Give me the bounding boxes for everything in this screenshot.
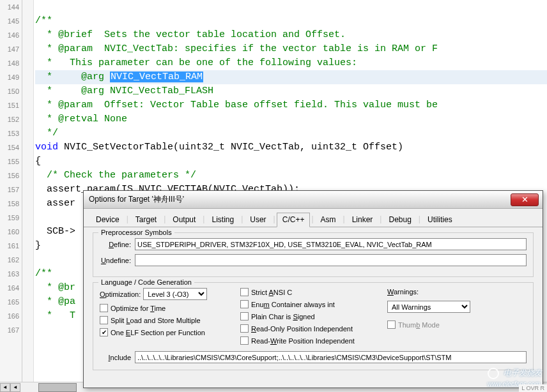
code-line[interactable]: */ xyxy=(35,126,547,140)
dialog-title: Options for Target '神舟III号' xyxy=(89,194,511,205)
line-number: 153 xyxy=(0,126,19,140)
one-elf-label: One ELF Section per Function xyxy=(111,329,205,336)
readwrite-pos-checkbox[interactable] xyxy=(240,336,249,345)
code-line[interactable]: * @retval None xyxy=(35,112,547,126)
line-number: 167 xyxy=(0,323,19,337)
readonly-pos-checkbox[interactable] xyxy=(240,324,249,333)
tab-user[interactable]: User xyxy=(244,213,272,227)
tab-cc[interactable]: C/C++ xyxy=(277,213,311,227)
line-number: 159 xyxy=(0,211,19,225)
scroll-left-arrow[interactable]: ◄ xyxy=(0,383,10,392)
line-number: 164 xyxy=(0,281,19,295)
tab-listing[interactable]: Listing xyxy=(206,213,240,227)
code-line[interactable]: /** xyxy=(35,14,547,28)
line-number: 144 xyxy=(0,0,19,14)
tab-device[interactable]: Device xyxy=(90,213,125,227)
one-elf-checkbox[interactable]: ✔ xyxy=(100,328,108,336)
optimization-select[interactable]: Level 3 (-O3) xyxy=(143,288,207,300)
line-number: 158 xyxy=(0,197,19,211)
line-number: 151 xyxy=(0,98,19,112)
plain-char-label: Plain Char is Signed xyxy=(251,313,315,320)
strict-ansi-checkbox[interactable] xyxy=(240,288,249,296)
line-number: 154 xyxy=(0,140,19,155)
code-line[interactable]: * @param Offset: Vector Table base offse… xyxy=(35,98,547,112)
tab-target[interactable]: Target xyxy=(130,213,162,227)
tab-utilities[interactable]: Utilities xyxy=(422,213,458,227)
line-number: 160 xyxy=(0,225,19,239)
include-input[interactable] xyxy=(135,351,527,363)
scroll-left-arrow-2[interactable]: ◄ xyxy=(10,383,20,392)
tab-asm[interactable]: Asm xyxy=(315,213,342,227)
dialog-tabs: Device|Target|Output|Listing|User|C/C++|… xyxy=(84,209,543,227)
code-line[interactable]: * @param NVIC_VectTab: specifies if the … xyxy=(35,42,547,56)
watermark-logo-icon xyxy=(488,368,499,379)
tab-linker[interactable]: Linker xyxy=(346,213,379,227)
line-number: 145 xyxy=(0,14,19,28)
undefine-label: Undefine: xyxy=(100,257,135,264)
options-dialog: Options for Target '神舟III号' ✕ Device|Tar… xyxy=(83,190,543,388)
code-line[interactable]: void NVIC_SetVectorTable(uint32_t NVIC_V… xyxy=(35,140,547,155)
define-label: Define: xyxy=(100,241,135,248)
code-line[interactable] xyxy=(35,0,547,14)
language-legend: Language / Code Generation xyxy=(98,278,194,286)
code-line[interactable]: { xyxy=(35,155,547,169)
enum-container-label: Enum Container always int xyxy=(251,301,335,308)
enum-container-checkbox[interactable] xyxy=(240,300,249,308)
tab-debug[interactable]: Debug xyxy=(383,213,417,227)
status-bar-fragment: L OVR R xyxy=(519,384,547,392)
split-load-checkbox[interactable] xyxy=(100,316,108,324)
line-number: 163 xyxy=(0,267,19,281)
include-label: Include xyxy=(100,354,135,361)
undefine-input[interactable] xyxy=(135,254,527,266)
line-number: 162 xyxy=(0,253,19,267)
line-number: 155 xyxy=(0,155,19,169)
fold-margin[interactable] xyxy=(22,0,34,392)
optimize-time-checkbox[interactable] xyxy=(100,304,108,312)
plain-char-checkbox[interactable] xyxy=(240,312,249,320)
tab-output[interactable]: Output xyxy=(167,213,201,227)
line-number: 166 xyxy=(0,309,19,323)
line-number: 165 xyxy=(0,295,19,309)
line-number: 161 xyxy=(0,239,19,253)
code-line[interactable]: /* Check the parameters */ xyxy=(35,169,547,183)
code-line[interactable]: * @arg NVIC_VectTab_FLASH xyxy=(35,84,547,98)
define-input[interactable] xyxy=(135,238,527,250)
optimization-label: Optimization: xyxy=(100,290,141,298)
readwrite-pos-label: Read-Write Position Independent xyxy=(251,337,355,345)
warnings-label: Warnings: xyxy=(387,288,477,296)
scroll-thumb[interactable] xyxy=(38,383,77,392)
thumb-mode-checkbox xyxy=(387,320,396,329)
strict-ansi-label: Strict ANSI C xyxy=(251,289,292,296)
dialog-titlebar[interactable]: Options for Target '神舟III号' ✕ xyxy=(84,191,543,209)
line-number: 146 xyxy=(0,28,19,42)
line-number: 156 xyxy=(0,169,19,183)
dialog-body: Preprocessor Symbols Define: Undefine: L… xyxy=(84,227,543,381)
line-number: 157 xyxy=(0,183,19,197)
code-line[interactable]: * @arg NVIC_VectTab_RAM xyxy=(35,70,547,84)
line-number: 149 xyxy=(0,70,19,84)
line-number: 148 xyxy=(0,56,19,70)
line-number-gutter: 1441451461471481491501511521531541551561… xyxy=(0,0,22,392)
code-line[interactable]: * @brief Sets the vector table location … xyxy=(35,28,547,42)
line-number: 152 xyxy=(0,112,19,126)
line-number: 147 xyxy=(0,42,19,56)
optimize-time-label: Optimize for Time xyxy=(111,305,166,312)
language-fieldset: Language / Code Generation Optimization:… xyxy=(93,282,534,370)
preprocessor-legend: Preprocessor Symbols xyxy=(98,229,174,236)
thumb-mode-label: Thumb Mode xyxy=(398,321,440,329)
split-load-label: Split Load and Store Multiple xyxy=(111,317,201,324)
line-number: 150 xyxy=(0,84,19,98)
readonly-pos-label: Read-Only Position Independent xyxy=(251,325,353,333)
preprocessor-fieldset: Preprocessor Symbols Define: Undefine: xyxy=(93,232,534,277)
warnings-select[interactable]: All Warnings xyxy=(387,301,470,313)
close-button[interactable]: ✕ xyxy=(511,193,539,206)
code-line[interactable]: * This parameter can be one of the follo… xyxy=(35,56,547,70)
